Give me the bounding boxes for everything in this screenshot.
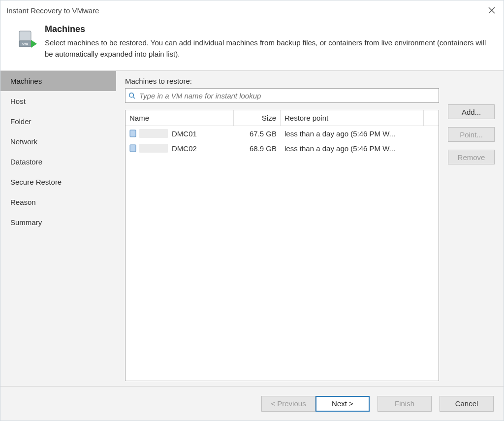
column-size[interactable]: Size <box>234 110 281 126</box>
svg-marker-5 <box>31 40 37 48</box>
remove-button[interactable]: Remove <box>448 150 495 164</box>
wizard-steps: Machines Host Folder Network Datastore S… <box>0 71 116 386</box>
add-button[interactable]: Add... <box>448 104 495 119</box>
sidebar-item-secure-restore[interactable]: Secure Restore <box>0 172 116 192</box>
svg-rect-2 <box>19 31 31 41</box>
column-restore-point[interactable]: Restore point <box>281 110 424 126</box>
titlebar: Instant Recovery to VMware <box>0 0 504 20</box>
sidebar-item-datastore[interactable]: Datastore <box>0 152 116 172</box>
table-row[interactable]: DMC01 67.5 GB less than a day ago (5:46 … <box>126 126 439 141</box>
table-body: DMC01 67.5 GB less than a day ago (5:46 … <box>126 126 439 381</box>
sidebar-item-network[interactable]: Network <box>0 131 116 152</box>
sidebar-item-summary[interactable]: Summary <box>0 212 116 232</box>
header-title: Machines <box>45 24 494 34</box>
sidebar-item-folder[interactable]: Folder <box>0 111 116 131</box>
cancel-button[interactable]: Cancel <box>440 396 494 412</box>
svg-rect-8 <box>130 130 136 137</box>
wizard-body: Machines Host Folder Network Datastore S… <box>0 70 504 386</box>
previous-button[interactable]: < Previous <box>261 396 315 412</box>
header-icon: vm <box>10 22 45 50</box>
vm-icon <box>129 144 136 152</box>
svg-text:vm: vm <box>22 42 28 46</box>
sidebar-item-machines[interactable]: Machines <box>0 71 116 91</box>
finish-button[interactable]: Finish <box>378 396 432 412</box>
machines-table: Name Size Restore point DMC <box>125 110 439 381</box>
close-button[interactable] <box>486 4 498 16</box>
main-panel: Machines to restore: Name Size Restore p… <box>116 71 504 386</box>
column-name[interactable]: Name <box>126 110 234 126</box>
vm-restore-icon: vm <box>17 29 38 50</box>
redacted-prefix <box>139 144 168 153</box>
svg-line-7 <box>133 97 135 99</box>
svg-rect-9 <box>130 145 136 152</box>
wizard-header: vm Machines Select machines to be restor… <box>0 20 504 70</box>
point-button[interactable]: Point... <box>448 127 495 142</box>
sidebar-item-reason[interactable]: Reason <box>0 192 116 212</box>
table-header: Name Size Restore point <box>126 110 439 126</box>
window-title: Instant Recovery to VMware <box>6 6 486 15</box>
wizard-window: Instant Recovery to VMware vm Machines S… <box>0 0 504 421</box>
list-label: Machines to restore: <box>125 77 439 85</box>
sidebar-item-host[interactable]: Host <box>0 91 116 111</box>
redacted-prefix <box>139 129 168 138</box>
search-input[interactable] <box>138 91 436 100</box>
close-icon <box>488 7 495 14</box>
vm-icon <box>129 130 136 137</box>
svg-point-6 <box>129 93 134 97</box>
vm-size: 68.9 GB <box>234 144 281 153</box>
column-spacer <box>424 110 439 126</box>
vm-restore-point: less than a day ago (5:46 PM W... <box>281 144 424 153</box>
vm-restore-point: less than a day ago (5:46 PM W... <box>281 130 424 138</box>
next-button[interactable]: Next > <box>315 396 370 412</box>
table-row[interactable]: DMC02 68.9 GB less than a day ago (5:46 … <box>126 141 439 156</box>
vm-size: 67.5 GB <box>234 130 281 138</box>
header-description: Select machines to be restored. You can … <box>45 37 494 60</box>
side-buttons: Add... Point... Remove <box>448 77 495 381</box>
vm-name: DMC01 <box>172 130 197 138</box>
vm-name: DMC02 <box>172 144 197 153</box>
wizard-footer: < Previous Next > Finish Cancel <box>0 386 504 421</box>
search-box[interactable] <box>125 88 439 103</box>
search-icon <box>128 92 135 99</box>
